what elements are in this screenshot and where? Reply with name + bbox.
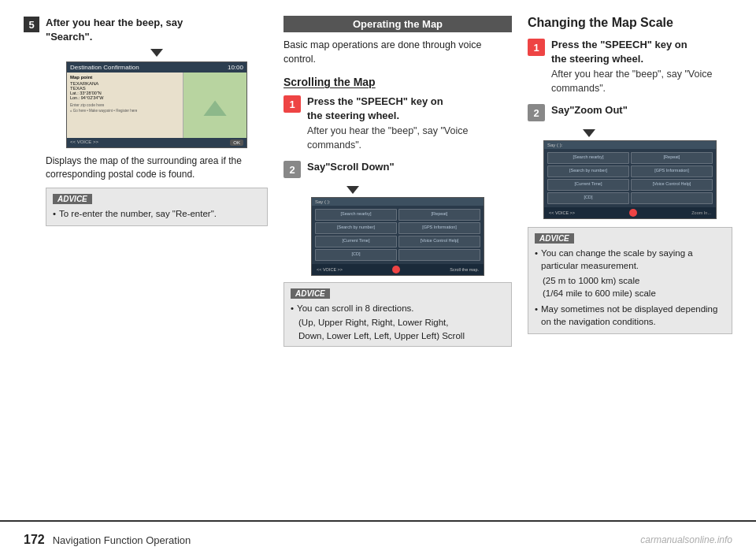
zoom-bottom-left: << VOICE >> (549, 210, 575, 215)
mic-icon (392, 266, 400, 273)
nav-map-point-label: Map point (70, 75, 180, 80)
page-number: 172 (24, 533, 45, 547)
left-advice-box: ADVICE • To re-enter the number, say "Re… (46, 188, 268, 226)
right-bullet-dot-1: • (535, 247, 538, 272)
step-5-content: After you hear the beep, say "Search". D… (46, 16, 268, 226)
right-advice-bullet-2: • May sometimes not be displayed dependi… (535, 303, 725, 328)
middle-advice-label: ADVICE (291, 288, 330, 299)
voice-cell-8 (398, 249, 480, 261)
scale-step-1-sub: After you hear the "beep", say "Voice co… (551, 68, 732, 95)
nav-voice-btn: << VOICE >> (70, 140, 98, 146)
nav-ok-button: OK (230, 140, 243, 146)
triangle-arrow-middle (346, 186, 359, 194)
zoom-bottom-bar: << VOICE >> Zoom In... (544, 207, 716, 218)
scale-step-1-content: Press the "SPEECH" key on the steering w… (551, 38, 732, 95)
middle-advice-box: ADVICE • You can scroll in 8 directions.… (284, 282, 512, 346)
zoom-screen-inner: Say ( ): [Search nearby] [Repeat] [Searc… (544, 141, 716, 218)
middle-advice-bullet-1: • You can scroll in 8 directions. (291, 302, 505, 314)
right-advice-label: ADVICE (535, 233, 574, 244)
right-advice-line-3: (1/64 mile to 600 mile) scale (543, 287, 725, 299)
middle-advice-line-3: Down, Lower Left, Left, Upper Left) Scro… (298, 329, 505, 342)
scroll-step-2-title: Say"Scroll Down" (307, 160, 512, 174)
voice-cell-4: [GPS Information] (398, 222, 480, 234)
scale-step-2-number: 2 (528, 104, 545, 121)
nav-screen-background: Destination Confirmation 10:00 Map point… (67, 62, 246, 147)
scale-step-1-block: 1 Press the "SPEECH" key on the steering… (528, 38, 732, 95)
nav-header-title: Destination Confirmation (70, 64, 139, 71)
scale-step-1-title: Press the "SPEECH" key on the steering w… (551, 38, 732, 66)
operating-map-header: Operating the Map (284, 16, 512, 32)
middle-column: Operating the Map Basic map operations a… (284, 16, 512, 512)
bullet-dot-1: • (291, 302, 294, 314)
voice-cell-6: [Voice Control Help] (398, 236, 480, 247)
right-column: Changing the Map Scale 1 Press the "SPEE… (528, 16, 732, 512)
right-advice-line-2: (25 m to 1000 km) scale (543, 274, 725, 287)
left-advice-text: • To re-enter the number, say "Re-enter"… (53, 207, 261, 220)
voice-screen-middle: Say ( ): [Search nearby] [Repeat] [Searc… (311, 197, 484, 276)
voice-cell-5: [Current Time] (315, 236, 397, 247)
right-bullet-dot-2: • (535, 303, 538, 328)
zoom-cell-4: [GPS Information] (631, 166, 713, 177)
zoom-screen-right: Say ( ): [Search nearby] [Repeat] [Searc… (543, 140, 717, 219)
operating-map-intro: Basic map operations are done through vo… (284, 39, 512, 66)
voice-screen-inner: Say ( ): [Search nearby] [Repeat] [Searc… (312, 198, 484, 275)
nav-screen-left: Destination Confirmation 10:00 Map point… (66, 61, 247, 148)
page-label: Navigation Function Operation (53, 534, 191, 546)
step-5-description: Displays the map of the surrounding area… (46, 154, 268, 181)
left-column: 5 After you hear the beep, say "Search".… (24, 16, 268, 512)
middle-advice-text: • You can scroll in 8 directions. (Up, U… (291, 302, 505, 341)
zoom-header: Say ( ): (544, 141, 716, 149)
voice-cell-3: [Search by number] (315, 222, 397, 234)
scroll-step-1-sub: After you hear the "beep", say "Voice co… (307, 125, 512, 152)
right-advice-bullet-1: • You can change the scale by saying a p… (535, 247, 725, 272)
middle-advice-line-2: (Up, Upper Right, Right, Lower Right, (298, 316, 505, 329)
nav-info-panel: Map point TEXARKANA TEXAS Lat.: 33°28'00… (67, 73, 183, 143)
scroll-step-2-block: 2 Say"Scroll Down" (284, 160, 512, 178)
left-advice-label: ADVICE (53, 194, 92, 204)
zoom-bottom-center: Zoom In... (691, 210, 711, 215)
scroll-step-2-content: Say"Scroll Down" (307, 160, 512, 178)
page-number-section: 172 Navigation Function Operation (24, 533, 191, 547)
voice-cells-grid: [Search nearby] [Repeat] [Search by numb… (312, 206, 484, 264)
voice-header: Say ( ): (312, 198, 484, 206)
scroll-step-1-content: Press the "SPEECH" key on the steering w… (307, 95, 512, 152)
voice-cell-2: [Repeat] (398, 209, 480, 221)
zoom-cells-grid: [Search nearby] [Repeat] [Search by numb… (544, 149, 716, 207)
voice-cell-7: [CD] (315, 249, 397, 261)
triangle-arrow-left (150, 49, 163, 57)
scroll-step-1-block: 1 Press the "SPEECH" key on the steering… (284, 95, 512, 152)
page-footer: 172 Navigation Function Operation carman… (0, 520, 756, 558)
scale-step-2-title: Say"Zoom Out" (551, 103, 732, 117)
voice-header-left: Say ( ): (315, 199, 330, 204)
zoom-cell-5: [Current Time] (547, 179, 629, 191)
nav-zip-prompt: Enter zip code here (70, 102, 180, 107)
scroll-step-1-title: Press the "SPEECH" key on the steering w… (307, 95, 512, 123)
step-5-title: After you hear the beep, say "Search". (46, 16, 268, 44)
zoom-mic-icon (629, 209, 637, 217)
nav-lon: Lon.: 94°02'34"W (70, 95, 180, 100)
nav-map-area (183, 73, 246, 143)
scroll-step-2-number: 2 (284, 161, 301, 178)
nav-actions: « Go here • Make waypoint • Register her… (70, 109, 180, 113)
left-advice-bullet: • To re-enter the number, say "Re-enter"… (53, 207, 261, 220)
triangle-arrow-right (583, 129, 595, 137)
scale-step-2-block: 2 Say"Zoom Out" (528, 103, 732, 121)
step-5-number: 5 (24, 17, 39, 32)
zoom-cell-1: [Search nearby] (547, 152, 629, 164)
changing-scale-title: Changing the Map Scale (528, 16, 732, 30)
nav-bottom-bar: << VOICE >> OK (67, 138, 246, 147)
voice-cell-1: [Search nearby] (315, 209, 397, 221)
scroll-step-1-number: 1 (284, 95, 301, 113)
zoom-cell-8 (631, 192, 713, 204)
voice-bottom-left: << VOICE >> (317, 267, 343, 272)
zoom-cell-3: [Search by number] (547, 166, 629, 177)
bullet-dot: • (53, 207, 56, 220)
step-5-block: 5 After you hear the beep, say "Search".… (24, 16, 268, 226)
zoom-cell-6: [Voice Control Help] (631, 179, 713, 191)
right-advice-text: • You can change the scale by saying a p… (535, 247, 725, 328)
zoom-cell-7: [CD] (547, 192, 629, 204)
voice-bottom: << VOICE >> Scroll the map. (312, 264, 484, 275)
scroll-text: Scroll the map. (450, 267, 479, 272)
nav-body: Map point TEXARKANA TEXAS Lat.: 33°28'00… (67, 73, 246, 143)
scale-step-2-content: Say"Zoom Out" (551, 103, 732, 121)
